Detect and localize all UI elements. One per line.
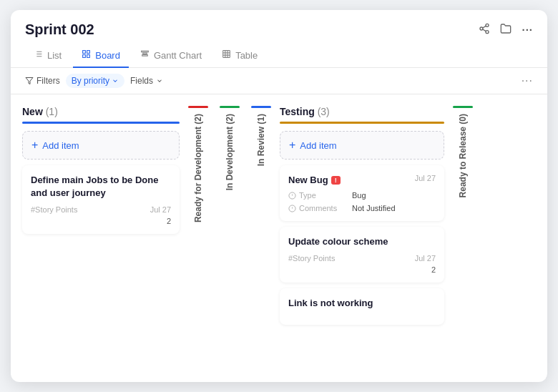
svg-line-4: [483, 26, 486, 28]
card-update-colour-title: Update colour scheme: [288, 235, 436, 248]
column-new: New (1) + Add item Define main Jobs to b…: [22, 106, 180, 382]
tab-gantt-label: Gantt Chart: [154, 50, 202, 61]
column-in-dev-title: In Development (2): [225, 114, 235, 190]
svg-rect-18: [223, 51, 230, 58]
svg-rect-13: [83, 55, 86, 58]
card-new-bug[interactable]: New Bug ! Jul 27 Type Bug Comments Not J…: [280, 165, 444, 221]
svg-marker-23: [26, 78, 33, 84]
card-update-colour[interactable]: Update colour scheme #Story Points Jul 2…: [280, 227, 444, 283]
card-define-jobs[interactable]: Define main Jobs to be Done and user jou…: [22, 165, 180, 234]
card-link-not-working-title: Link is not working: [288, 297, 436, 310]
svg-rect-16: [143, 53, 147, 54]
card-define-jobs-title: Define main Jobs to be Done and user jou…: [31, 174, 171, 200]
card-define-jobs-date: Jul 27: [150, 205, 171, 214]
column-ready-release-line: [453, 106, 473, 108]
filters-label: Filters: [36, 76, 60, 86]
table-icon: [222, 49, 231, 61]
list-icon: [34, 49, 43, 61]
column-in-review[interactable]: In Review (1): [248, 106, 274, 382]
column-in-dev-line: [220, 106, 240, 108]
column-testing-header: Testing (3): [280, 106, 444, 117]
column-new-header: New (1): [22, 106, 180, 117]
card-colour-story-points-tag: #Story Points: [288, 254, 335, 263]
card-link-not-working[interactable]: Link is not working: [280, 288, 444, 324]
column-in-development[interactable]: In Development (2): [217, 106, 243, 382]
testing-add-item-label: Add item: [300, 140, 336, 151]
svg-rect-12: [87, 51, 90, 54]
card-story-points-tag: #Story Points: [31, 205, 77, 214]
tab-list-label: List: [47, 50, 62, 61]
tab-gantt[interactable]: Gantt Chart: [132, 44, 210, 68]
filter-more-icon[interactable]: ···: [522, 74, 533, 87]
card-new-bug-type-row: Type Bug: [288, 191, 436, 200]
priority-filter-chip[interactable]: By priority: [66, 74, 124, 88]
filters-button[interactable]: Filters: [25, 76, 60, 86]
column-new-line: [22, 122, 180, 124]
svg-rect-17: [142, 55, 148, 57]
fields-button[interactable]: Fields: [130, 76, 163, 86]
card-story-points-value: 2: [167, 217, 171, 225]
header-actions: ···: [479, 23, 533, 36]
folder-icon[interactable]: [500, 23, 512, 36]
tab-table-label: Table: [235, 50, 258, 61]
share-icon[interactable]: [479, 23, 490, 36]
new-add-item-button[interactable]: + Add item: [22, 131, 180, 160]
board-area: New (1) + Add item Define main Jobs to b…: [11, 94, 547, 382]
app-window: Sprint 002 ··· List: [11, 10, 547, 382]
testing-add-item-button[interactable]: + Add item: [280, 131, 444, 160]
column-testing-title: Testing (3): [280, 106, 330, 117]
column-in-review-line: [251, 106, 271, 108]
column-ready-dev[interactable]: Ready for Development (2): [185, 106, 211, 382]
column-testing-line: [280, 122, 444, 124]
card-update-colour-row: 2: [288, 265, 436, 274]
comments-field-label: Comments: [299, 204, 349, 212]
tab-table[interactable]: Table: [213, 44, 266, 68]
gantt-icon: [140, 49, 150, 61]
board-icon: [82, 49, 91, 61]
card-new-bug-title: New Bug: [288, 174, 328, 187]
card-new-bug-date: Jul 27: [415, 174, 436, 182]
fields-label: Fields: [130, 76, 153, 86]
plus-icon: +: [31, 139, 38, 152]
filter-bar: Filters By priority Fields ···: [11, 68, 547, 94]
new-add-item-label: Add item: [42, 140, 79, 151]
type-field-value: Bug: [352, 191, 366, 200]
svg-line-3: [483, 29, 486, 31]
tab-board-label: Board: [95, 50, 120, 61]
column-in-review-title: In Review (1): [256, 114, 266, 166]
column-ready-dev-line: [188, 106, 208, 108]
card-new-bug-comments-row: Comments Not Justified: [288, 204, 436, 212]
comments-field-value: Not Justified: [352, 204, 396, 212]
card-colour-story-points-value: 2: [431, 265, 436, 274]
column-ready-release[interactable]: Ready to Release (0): [450, 106, 476, 382]
more-options-icon[interactable]: ···: [522, 24, 533, 36]
column-testing: Testing (3) + Add item New Bug ! Jul 27: [280, 106, 444, 382]
testing-plus-icon: +: [289, 139, 295, 152]
tab-board[interactable]: Board: [73, 44, 129, 68]
card-define-jobs-meta: #Story Points Jul 27: [31, 205, 171, 214]
svg-rect-14: [87, 55, 90, 58]
column-ready-dev-title: Ready for Development (2): [193, 114, 203, 222]
bug-badge: !: [331, 176, 341, 185]
svg-rect-15: [142, 51, 149, 52]
card-update-colour-date: Jul 27: [415, 254, 436, 263]
app-header: Sprint 002 ···: [11, 10, 547, 38]
card-define-jobs-row: 2: [31, 217, 171, 225]
card-update-colour-meta: #Story Points Jul 27: [288, 254, 436, 263]
type-field-label: Type: [299, 191, 349, 200]
svg-rect-11: [83, 51, 86, 54]
column-ready-release-title: Ready to Release (0): [458, 114, 468, 197]
nav-tabs: List Board Gantt Chart Table: [11, 38, 547, 68]
tab-list[interactable]: List: [25, 44, 70, 68]
column-new-title: New (1): [22, 106, 58, 117]
priority-chip-label: By priority: [72, 76, 109, 86]
page-title: Sprint 002: [25, 21, 94, 38]
